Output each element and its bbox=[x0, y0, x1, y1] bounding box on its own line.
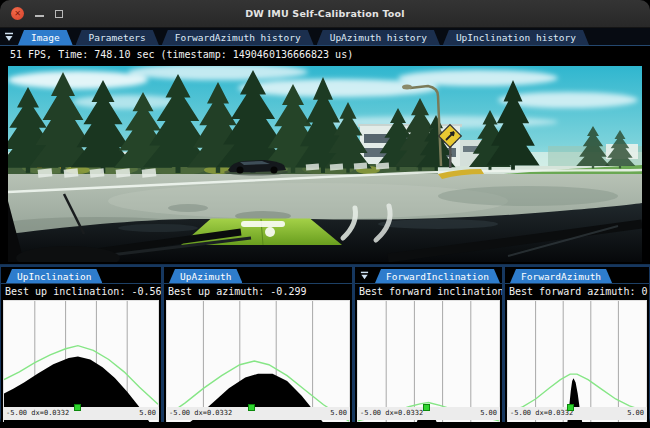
best-estimate-marker[interactable] bbox=[423, 404, 430, 411]
camera-image bbox=[8, 66, 642, 262]
best-estimate-marker[interactable] bbox=[567, 404, 574, 411]
panel-tab-upazimuth[interactable]: UpAzimuth bbox=[169, 269, 242, 283]
close-icon[interactable]: ✕ bbox=[11, 7, 24, 20]
panel-header-up-inclination: UpInclination bbox=[1, 267, 161, 284]
status-text: 51 FPS, Time: 748.10 sec (timestamp: 149… bbox=[0, 46, 650, 64]
axis-left-label: -5.00 dx=0.0332 bbox=[360, 407, 423, 420]
tab-image[interactable]: Image bbox=[18, 30, 73, 45]
panel-up-azimuth: UpAzimuthBest up azimuth: -0.299-5.00 dx… bbox=[164, 267, 352, 422]
best-estimate-marker[interactable] bbox=[74, 404, 81, 411]
tab-upazimuth-history[interactable]: UpAzimuth history bbox=[317, 30, 440, 45]
plot-up-inclination: -5.00 dx=0.03325.00 bbox=[3, 300, 159, 420]
titlebar: ✕ DW IMU Self-Calibration Tool bbox=[0, 0, 650, 28]
camera-scene bbox=[8, 66, 642, 262]
panel-header-forward-azimuth: ForwardAzimuth bbox=[505, 267, 649, 284]
main-tabbar: ImageParametersForwardAzimuth historyUpA… bbox=[0, 28, 650, 46]
tab-upinclination-history[interactable]: UpInclination history bbox=[443, 30, 589, 45]
window-controls: ✕ bbox=[0, 7, 63, 20]
axis-right-label: 5.00 bbox=[627, 407, 644, 420]
plot-forward-inclination: -5.00 dx=0.03325.00 bbox=[357, 300, 500, 420]
collapse-tabs-icon[interactable] bbox=[3, 31, 15, 44]
axis-right-label: 5.00 bbox=[480, 407, 497, 420]
plot-up-azimuth: -5.00 dx=0.03325.00 bbox=[166, 300, 350, 420]
histogram-panels: UpInclinationBest up inclination: -0.56-… bbox=[0, 264, 650, 422]
axis-right-label: 5.00 bbox=[330, 407, 347, 420]
histogram-up-inclination bbox=[3, 300, 159, 422]
maximize-icon[interactable] bbox=[55, 10, 63, 18]
plot-forward-azimuth: -5.00 dx=0.03325.00 bbox=[507, 300, 647, 420]
minimize-icon[interactable] bbox=[35, 15, 44, 17]
axis-left-label: -5.00 dx=0.0332 bbox=[510, 407, 573, 420]
panel-forward-azimuth: ForwardAzimuthBest forward azimuth: 0.-5… bbox=[505, 267, 649, 422]
panel-status-forward-azimuth: Best forward azimuth: 0. bbox=[505, 284, 649, 299]
panel-status-up-azimuth: Best up azimuth: -0.299 bbox=[164, 284, 352, 299]
panel-header-forward-inclination: ForwardInclinationFor bbox=[355, 267, 502, 284]
panel-tab-forwardinclination[interactable]: ForwardInclination bbox=[375, 269, 500, 283]
axis-right-label: 5.00 bbox=[139, 407, 156, 420]
histogram-forward-azimuth bbox=[507, 300, 647, 422]
axis-left-label: -5.00 dx=0.0332 bbox=[6, 407, 69, 420]
panel-up-inclination: UpInclinationBest up inclination: -0.56-… bbox=[1, 267, 161, 422]
collapse-tabs-icon[interactable] bbox=[360, 269, 369, 282]
tab-parameters[interactable]: Parameters bbox=[76, 30, 159, 45]
panel-tab-forwardazimuth[interactable]: ForwardAzimuth bbox=[510, 269, 612, 283]
panel-tab-upinclination[interactable]: UpInclination bbox=[6, 269, 102, 283]
panel-status-up-inclination: Best up inclination: -0.56 bbox=[1, 284, 161, 299]
axis-labels-up-azimuth: -5.00 dx=0.03325.00 bbox=[166, 407, 350, 420]
app-window: ✕ DW IMU Self-Calibration Tool ImagePara… bbox=[0, 0, 650, 428]
axis-left-label: -5.00 dx=0.0332 bbox=[169, 407, 232, 420]
axis-labels-up-inclination: -5.00 dx=0.03325.00 bbox=[3, 407, 159, 420]
best-estimate-marker[interactable] bbox=[248, 404, 255, 411]
window-title: DW IMU Self-Calibration Tool bbox=[0, 8, 650, 19]
main-tabs-row: ImageParametersForwardAzimuth historyUpA… bbox=[18, 30, 589, 45]
panel-header-up-azimuth: UpAzimuth bbox=[164, 267, 352, 284]
tab-forwardazimuth-history[interactable]: ForwardAzimuth history bbox=[162, 30, 314, 45]
panel-status-forward-inclination: Best forward inclination bbox=[355, 284, 502, 299]
axis-labels-forward-azimuth: -5.00 dx=0.03325.00 bbox=[507, 407, 647, 420]
panel-forward-inclination: ForwardInclinationForBest forward inclin… bbox=[355, 267, 502, 422]
histogram-up-azimuth bbox=[166, 300, 350, 422]
